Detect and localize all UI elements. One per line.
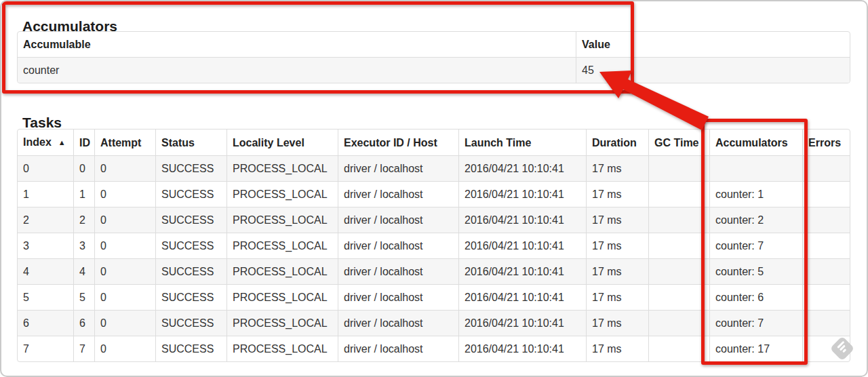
col-header-index[interactable]: Index▲ xyxy=(18,130,73,155)
cell-attempt: 0 xyxy=(94,284,155,310)
cell-id: 3 xyxy=(73,233,94,258)
cell-id: 7 xyxy=(73,336,94,361)
col-header-accumulable: Accumulable xyxy=(18,32,576,57)
col-header-attempt[interactable]: Attempt xyxy=(94,130,155,155)
cell-id: 2 xyxy=(73,207,94,233)
cell-duration: 17 ms xyxy=(586,284,648,310)
cell-index: 3 xyxy=(18,233,73,258)
cell-index: 4 xyxy=(18,258,73,284)
col-header-value: Value xyxy=(576,32,850,57)
cell-duration: 17 ms xyxy=(586,336,648,361)
cell-id: 5 xyxy=(73,284,94,310)
cell-locality-level: PROCESS_LOCAL xyxy=(226,181,338,207)
tasks-header-row: Index▲ ID Attempt Status Locality Level … xyxy=(18,130,850,155)
watermark-stripe xyxy=(842,349,846,353)
col-header-gc-time[interactable]: GC Time xyxy=(648,130,709,155)
cell-duration: 17 ms xyxy=(586,310,648,336)
cell-accumulators: counter: 17 xyxy=(709,336,802,361)
cell-status: SUCCESS xyxy=(155,207,226,233)
cell-executor-id-host: driver / localhost xyxy=(338,233,458,258)
sort-ascending-icon: ▲ xyxy=(58,138,66,146)
task-row: 660SUCCESSPROCESS_LOCALdriver / localhos… xyxy=(18,310,850,336)
cell-locality-level: PROCESS_LOCAL xyxy=(226,258,338,284)
cell-accumulators: counter: 5 xyxy=(709,258,802,284)
accumulators-table: Accumulable Value counter45 xyxy=(17,31,850,83)
cell-accumulators: counter: 7 xyxy=(709,310,802,336)
cell-errors xyxy=(802,258,850,284)
task-row: 000SUCCESSPROCESS_LOCALdriver / localhos… xyxy=(18,155,850,181)
col-header-errors[interactable]: Errors xyxy=(802,130,850,155)
cell-gc-time xyxy=(648,207,709,233)
cell-duration: 17 ms xyxy=(586,233,648,258)
cell-attempt: 0 xyxy=(94,258,155,284)
cell-executor-id-host: driver / localhost xyxy=(338,336,458,361)
cell-duration: 17 ms xyxy=(586,258,648,284)
cell-executor-id-host: driver / localhost xyxy=(338,284,458,310)
cell-launch-time: 2016/04/21 10:10:41 xyxy=(458,207,586,233)
cell-id: 0 xyxy=(73,155,94,181)
task-row: 330SUCCESSPROCESS_LOCALdriver / localhos… xyxy=(18,233,850,258)
task-row: 110SUCCESSPROCESS_LOCALdriver / localhos… xyxy=(18,181,850,207)
cell-attempt: 0 xyxy=(94,336,155,361)
col-header-accumulators[interactable]: Accumulators xyxy=(709,130,802,155)
cell-value: 45 xyxy=(576,57,850,83)
task-row: 770SUCCESSPROCESS_LOCALdriver / localhos… xyxy=(18,336,850,361)
cell-locality-level: PROCESS_LOCAL xyxy=(226,207,338,233)
col-header-id[interactable]: ID xyxy=(73,130,94,155)
tasks-section-title: Tasks xyxy=(22,115,62,130)
cell-attempt: 0 xyxy=(94,207,155,233)
task-row: 550SUCCESSPROCESS_LOCALdriver / localhos… xyxy=(18,284,850,310)
cell-gc-time xyxy=(648,310,709,336)
cell-status: SUCCESS xyxy=(155,181,226,207)
accumulators-table-body: counter45 xyxy=(18,57,850,83)
col-header-index-label: Index xyxy=(23,136,52,148)
cell-locality-level: PROCESS_LOCAL xyxy=(226,336,338,361)
cell-gc-time xyxy=(648,284,709,310)
cell-launch-time: 2016/04/21 10:10:41 xyxy=(458,336,586,361)
cell-errors xyxy=(802,207,850,233)
cell-index: 7 xyxy=(18,336,73,361)
cell-gc-time xyxy=(648,233,709,258)
cell-errors xyxy=(802,233,850,258)
col-header-locality-level[interactable]: Locality Level xyxy=(226,130,338,155)
cell-errors xyxy=(802,181,850,207)
cell-launch-time: 2016/04/21 10:10:41 xyxy=(458,310,586,336)
cell-errors xyxy=(802,284,850,310)
cell-gc-time xyxy=(648,336,709,361)
cell-executor-id-host: driver / localhost xyxy=(338,181,458,207)
cell-status: SUCCESS xyxy=(155,233,226,258)
col-header-status[interactable]: Status xyxy=(155,130,226,155)
cell-locality-level: PROCESS_LOCAL xyxy=(226,310,338,336)
cell-executor-id-host: driver / localhost xyxy=(338,258,458,284)
col-header-executor-id-host[interactable]: Executor ID / Host xyxy=(338,130,458,155)
col-header-launch-time[interactable]: Launch Time xyxy=(458,130,586,155)
cell-attempt: 0 xyxy=(94,233,155,258)
cell-id: 4 xyxy=(73,258,94,284)
cell-duration: 17 ms xyxy=(586,207,648,233)
cell-index: 6 xyxy=(18,310,73,336)
tasks-table-body: 000SUCCESSPROCESS_LOCALdriver / localhos… xyxy=(18,155,850,361)
task-row: 440SUCCESSPROCESS_LOCALdriver / localhos… xyxy=(18,258,850,284)
cell-accumulators: counter: 1 xyxy=(709,181,802,207)
cell-accumulators: counter: 2 xyxy=(709,207,802,233)
cell-status: SUCCESS xyxy=(155,284,226,310)
cell-status: SUCCESS xyxy=(155,258,226,284)
accumulable-row: counter45 xyxy=(18,57,850,83)
cell-locality-level: PROCESS_LOCAL xyxy=(226,155,338,181)
cell-id: 1 xyxy=(73,181,94,207)
cell-accumulators: counter: 6 xyxy=(709,284,802,310)
cell-accumulators xyxy=(709,155,802,181)
col-header-duration[interactable]: Duration xyxy=(586,130,648,155)
cell-executor-id-host: driver / localhost xyxy=(338,155,458,181)
task-row: 220SUCCESSPROCESS_LOCALdriver / localhos… xyxy=(18,207,850,233)
cell-index: 0 xyxy=(18,155,73,181)
cell-launch-time: 2016/04/21 10:10:41 xyxy=(458,258,586,284)
cell-status: SUCCESS xyxy=(155,310,226,336)
cell-gc-time xyxy=(648,181,709,207)
cell-attempt: 0 xyxy=(94,310,155,336)
cell-launch-time: 2016/04/21 10:10:41 xyxy=(458,233,586,258)
cell-launch-time: 2016/04/21 10:10:41 xyxy=(458,155,586,181)
cell-executor-id-host: driver / localhost xyxy=(338,310,458,336)
accumulators-header-row: Accumulable Value xyxy=(18,32,850,57)
cell-errors xyxy=(802,310,850,336)
